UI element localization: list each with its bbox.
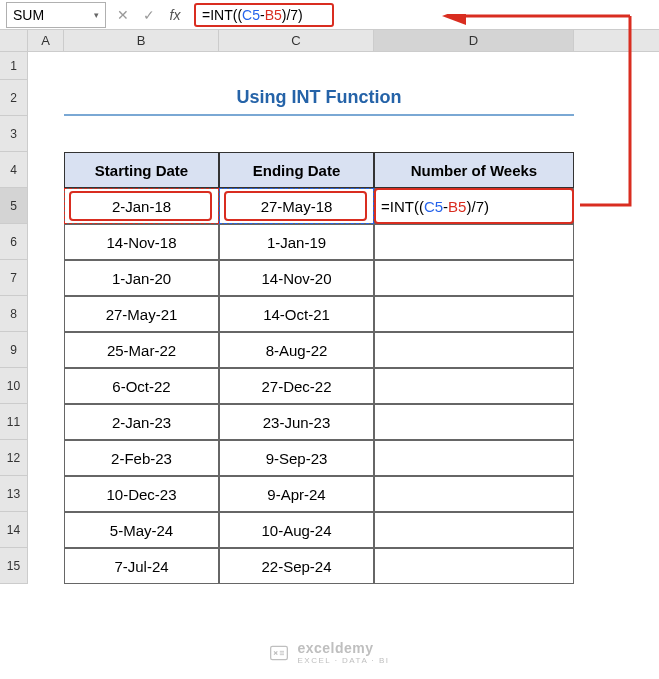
header-ending-date[interactable]: Ending Date (219, 152, 374, 188)
cell-c8[interactable]: 14-Oct-21 (219, 296, 374, 332)
dropdown-icon[interactable]: ▾ (94, 10, 99, 20)
cell-d7[interactable] (374, 260, 574, 296)
watermark-name: exceldemy (297, 640, 373, 656)
cell-c7[interactable]: 14-Nov-20 (219, 260, 374, 296)
cell-c9[interactable]: 8-Aug-22 (219, 332, 374, 368)
watermark: exceldemy EXCEL · DATA · BI (0, 640, 659, 665)
cells-area: Using INT Function Starting Date Ending … (28, 52, 659, 584)
cell-d8[interactable] (374, 296, 574, 332)
row-header-11[interactable]: 11 (0, 404, 28, 440)
svg-rect-1 (271, 646, 288, 659)
cell-b14[interactable]: 5-May-24 (64, 512, 219, 548)
cell-d5[interactable]: =INT((C5-B5)/7) (374, 188, 574, 224)
header-number-of-weeks[interactable]: Number of Weeks (374, 152, 574, 188)
row-header-12[interactable]: 12 (0, 440, 28, 476)
col-header-c[interactable]: C (219, 30, 374, 51)
cell-c5[interactable]: 27-May-18 (219, 188, 374, 224)
cell-d10[interactable] (374, 368, 574, 404)
row-header-8[interactable]: 8 (0, 296, 28, 332)
cell-b10[interactable]: 6-Oct-22 (64, 368, 219, 404)
cell-b9[interactable]: 25-Mar-22 (64, 332, 219, 368)
row-header-15[interactable]: 15 (0, 548, 28, 584)
cell-c12[interactable]: 9-Sep-23 (219, 440, 374, 476)
cell-b5[interactable]: 2-Jan-18 (64, 188, 219, 224)
logo-icon (269, 643, 289, 663)
row-header-5[interactable]: 5 (0, 188, 28, 224)
cell-b12[interactable]: 2-Feb-23 (64, 440, 219, 476)
cell-d12[interactable] (374, 440, 574, 476)
formula-input[interactable]: =INT((C5-B5)/7) (194, 3, 334, 27)
formula-text: =INT((C5-B5)/7) (202, 7, 303, 23)
col-header-a[interactable]: A (28, 30, 64, 51)
row-header-14[interactable]: 14 (0, 512, 28, 548)
cell-c13[interactable]: 9-Apr-24 (219, 476, 374, 512)
cell-c10[interactable]: 27-Dec-22 (219, 368, 374, 404)
cell-d11[interactable] (374, 404, 574, 440)
row-header-10[interactable]: 10 (0, 368, 28, 404)
cell-b6[interactable]: 14-Nov-18 (64, 224, 219, 260)
select-all-corner[interactable] (0, 30, 28, 51)
cell-b15[interactable]: 7-Jul-24 (64, 548, 219, 584)
cell-d15[interactable] (374, 548, 574, 584)
row-header-13[interactable]: 13 (0, 476, 28, 512)
header-starting-date[interactable]: Starting Date (64, 152, 219, 188)
row-header-9[interactable]: 9 (0, 332, 28, 368)
column-headers: A B C D (0, 30, 659, 52)
row-header-4[interactable]: 4 (0, 152, 28, 188)
row-header-7[interactable]: 7 (0, 260, 28, 296)
cell-c15[interactable]: 22-Sep-24 (219, 548, 374, 584)
fx-icon[interactable]: fx (162, 3, 188, 27)
cell-d13[interactable] (374, 476, 574, 512)
name-box[interactable]: SUM ▾ (6, 2, 106, 28)
formula-bar: SUM ▾ ✕ ✓ fx =INT((C5-B5)/7) (0, 0, 659, 30)
cell-d14[interactable] (374, 512, 574, 548)
cell-d5-formula: =INT((C5-B5)/7) (381, 198, 489, 215)
cell-b8[interactable]: 27-May-21 (64, 296, 219, 332)
cell-c6[interactable]: 1-Jan-19 (219, 224, 374, 260)
cell-d6[interactable] (374, 224, 574, 260)
page-title[interactable]: Using INT Function (64, 80, 574, 116)
cell-c11[interactable]: 23-Jun-23 (219, 404, 374, 440)
cell-b11[interactable]: 2-Jan-23 (64, 404, 219, 440)
row-header-6[interactable]: 6 (0, 224, 28, 260)
col-header-d[interactable]: D (374, 30, 574, 51)
row-header-3[interactable]: 3 (0, 116, 28, 152)
row-header-2[interactable]: 2 (0, 80, 28, 116)
cell-b13[interactable]: 10-Dec-23 (64, 476, 219, 512)
col-header-b[interactable]: B (64, 30, 219, 51)
cancel-icon[interactable]: ✕ (110, 3, 136, 27)
cell-c14[interactable]: 10-Aug-24 (219, 512, 374, 548)
row-header-1[interactable]: 1 (0, 52, 28, 80)
enter-icon[interactable]: ✓ (136, 3, 162, 27)
row-headers: 1 2 3 4 5 6 7 8 9 10 11 12 13 14 15 (0, 52, 28, 584)
cell-b7[interactable]: 1-Jan-20 (64, 260, 219, 296)
cell-d9[interactable] (374, 332, 574, 368)
watermark-sub: EXCEL · DATA · BI (297, 656, 389, 665)
name-box-value: SUM (13, 7, 44, 23)
